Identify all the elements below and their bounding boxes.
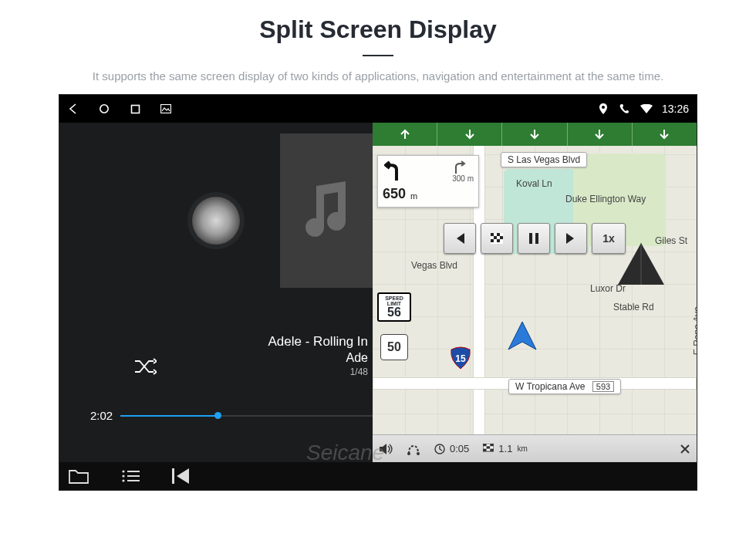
svg-rect-12 bbox=[535, 233, 538, 244]
player-bottom-bar bbox=[59, 462, 697, 490]
street-label: Luxor Dr bbox=[590, 283, 626, 294]
prev-track-icon[interactable] bbox=[172, 468, 189, 484]
svg-point-3 bbox=[602, 106, 605, 109]
remaining-distance: 1.1 km bbox=[483, 443, 527, 454]
svg-rect-20 bbox=[487, 446, 491, 448]
map-prev-button[interactable] bbox=[444, 223, 476, 254]
lane-arrow-icon bbox=[633, 123, 697, 146]
progress-bar[interactable] bbox=[120, 415, 373, 417]
svg-point-0 bbox=[100, 105, 108, 113]
route-icon[interactable] bbox=[407, 443, 420, 455]
svg-rect-18 bbox=[483, 444, 487, 446]
track-index: 1/48 bbox=[268, 366, 368, 377]
map-speed-button[interactable]: 1x bbox=[592, 223, 626, 254]
interstate-shield-icon: 15 bbox=[450, 346, 471, 370]
map-next-button[interactable] bbox=[555, 223, 587, 254]
progress-fill bbox=[120, 415, 216, 417]
track-artist: Ade bbox=[268, 351, 368, 365]
address-street: W Tropicana Ave bbox=[515, 381, 586, 392]
turn-distance: 650 bbox=[383, 186, 406, 202]
turn-left-icon bbox=[383, 160, 404, 182]
svg-rect-11 bbox=[529, 233, 532, 244]
street-label: Giles St bbox=[655, 235, 687, 246]
svg-rect-19 bbox=[491, 444, 494, 446]
svg-rect-21 bbox=[483, 448, 487, 451]
speed-limit-value: 56 bbox=[379, 306, 410, 319]
map-playback-controls: 1x bbox=[444, 223, 626, 254]
wifi-icon bbox=[640, 103, 653, 115]
map-pause-button[interactable] bbox=[518, 223, 550, 254]
promo-title: Split Screen Display bbox=[0, 15, 756, 44]
street-label: Stable Rd bbox=[613, 302, 654, 312]
svg-rect-24 bbox=[127, 471, 140, 472]
sound-icon[interactable] bbox=[379, 443, 393, 455]
speed-limit-label1: SPEED bbox=[379, 296, 410, 301]
location-icon bbox=[597, 103, 609, 115]
street-bubble-top: S Las Vegas Blvd bbox=[501, 152, 587, 167]
remaining-distance-unit: km bbox=[517, 444, 527, 453]
address-bubble: W Tropicana Ave 593 bbox=[508, 379, 621, 394]
svg-point-23 bbox=[122, 470, 124, 472]
lane-arrow-icon bbox=[437, 123, 502, 146]
home-icon[interactable] bbox=[98, 103, 110, 115]
svg-point-15 bbox=[417, 452, 420, 455]
lane-arrow-icon bbox=[502, 123, 567, 146]
next-turn-distance: 300 m bbox=[452, 174, 474, 183]
svg-rect-7 bbox=[494, 236, 497, 239]
map-flag-button[interactable] bbox=[481, 223, 513, 254]
map-bottom-bar: 0:05 1.1 km bbox=[373, 434, 697, 462]
clock-icon bbox=[434, 444, 445, 454]
status-clock: 13:26 bbox=[662, 103, 689, 115]
svg-rect-9 bbox=[491, 239, 494, 242]
back-icon[interactable] bbox=[67, 103, 79, 115]
svg-rect-22 bbox=[491, 448, 494, 451]
flag-icon bbox=[483, 444, 494, 454]
nav-arrow-icon bbox=[505, 320, 539, 354]
street-label: Vegas Blvd bbox=[411, 260, 457, 271]
picture-icon[interactable] bbox=[160, 103, 172, 115]
status-bar: 13:26 bbox=[59, 95, 697, 123]
playlist-icon[interactable] bbox=[121, 469, 140, 483]
progress-thumb[interactable] bbox=[214, 412, 221, 419]
shuffle-icon[interactable] bbox=[133, 357, 157, 376]
progress-row: 2:02 bbox=[90, 409, 373, 422]
remaining-distance-value: 1.1 bbox=[498, 443, 512, 454]
street-label: Koval Ln bbox=[516, 178, 552, 189]
address-number: 593 bbox=[592, 381, 614, 392]
eta-time: 0:05 bbox=[434, 443, 469, 454]
lane-guidance-bar bbox=[373, 123, 697, 146]
route-shield: 50 bbox=[380, 334, 408, 360]
svg-rect-10 bbox=[497, 239, 500, 242]
speed-limit-sign: SPEED LIMIT 56 bbox=[377, 292, 411, 322]
svg-rect-2 bbox=[161, 105, 171, 113]
svg-point-14 bbox=[407, 452, 410, 455]
promo-subtitle: It supports the same screen display of t… bbox=[39, 67, 717, 86]
device-frame: 13:26 Adele - Rolling In Ade 1/48 bbox=[59, 95, 697, 490]
navigation-pane: S Las Vegas Blvd 300 m 650 m bbox=[373, 123, 697, 462]
close-icon[interactable] bbox=[680, 444, 690, 454]
svg-point-25 bbox=[122, 475, 124, 477]
svg-rect-26 bbox=[127, 475, 140, 477]
street-label: Duke Ellington Way bbox=[565, 194, 646, 204]
track-info: Adele - Rolling In Ade 1/48 bbox=[268, 334, 373, 377]
street-label: E Reno Ave bbox=[692, 306, 697, 355]
music-player-pane: Adele - Rolling In Ade 1/48 2:02 bbox=[59, 123, 373, 462]
folder-icon[interactable] bbox=[69, 468, 89, 484]
svg-rect-8 bbox=[500, 236, 503, 239]
record-button[interactable] bbox=[192, 197, 240, 245]
phone-icon bbox=[619, 103, 631, 115]
turn-card: 300 m 650 m bbox=[377, 155, 479, 208]
turn-distance-unit: m bbox=[410, 191, 417, 201]
svg-rect-1 bbox=[131, 105, 139, 113]
promo-divider bbox=[363, 55, 393, 56]
svg-rect-29 bbox=[172, 468, 174, 484]
svg-rect-5 bbox=[491, 233, 494, 236]
lane-arrow-icon bbox=[568, 123, 633, 146]
album-art-placeholder bbox=[280, 133, 373, 288]
elapsed-time: 2:02 bbox=[90, 409, 113, 422]
svg-text:15: 15 bbox=[455, 353, 466, 364]
recent-apps-icon[interactable] bbox=[129, 103, 141, 115]
eta-time-value: 0:05 bbox=[450, 443, 469, 454]
svg-point-27 bbox=[122, 479, 124, 481]
svg-rect-6 bbox=[497, 233, 500, 236]
